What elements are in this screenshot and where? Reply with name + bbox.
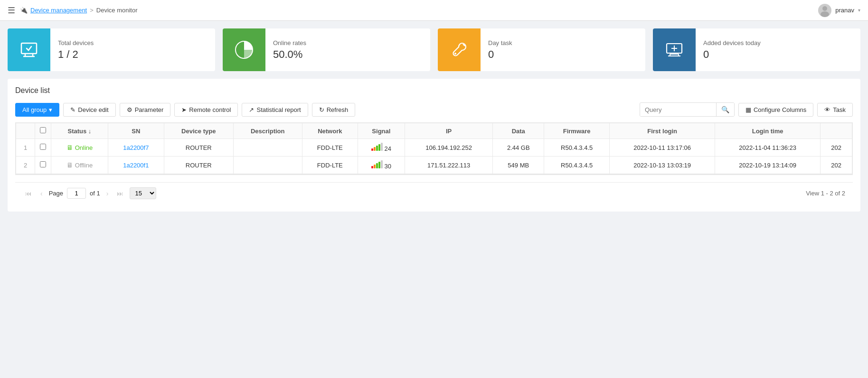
table-header-row: Status ↓ SN Device type Description Netw…	[16, 123, 852, 139]
row-firmware: R50.4.3.4.5	[544, 139, 610, 157]
row-signal: 30	[358, 157, 405, 174]
first-page-button[interactable]: ⏮	[23, 189, 34, 198]
user-chevron-icon[interactable]: ▾	[858, 8, 860, 13]
row-checkbox[interactable]	[40, 161, 46, 167]
pagination-bar: ⏮ ‹ Page of 1 › ⏭ 15 30 50 100 View 1 - …	[15, 182, 853, 204]
row-sn: 1a2200f1	[108, 157, 164, 174]
view-info: View 1 - 2 of 2	[806, 190, 845, 197]
stat-info-online-rates: Online rates 50.0%	[265, 34, 314, 66]
row-extra: 202	[821, 157, 852, 174]
row-num: 2	[16, 157, 35, 174]
stat-label-added-today: Added devices today	[703, 39, 761, 46]
last-page-button[interactable]: ⏭	[114, 189, 126, 198]
row-status: 🖥 Offline	[51, 157, 108, 174]
th-signal: Signal	[358, 123, 405, 139]
page-label: Page	[49, 190, 63, 197]
remote-control-button[interactable]: ➤ Remote control	[174, 103, 238, 117]
stat-info-added-today: Added devices today 0	[696, 34, 768, 66]
row-ip: 171.51.222.113	[405, 157, 493, 174]
user-avatar	[818, 4, 831, 17]
user-name: pranav	[835, 7, 854, 14]
section-title: Device list	[15, 86, 853, 95]
parameter-icon: ⚙	[127, 106, 132, 113]
stats-row: Total devices 1 / 2 Online rates 50.0%	[0, 21, 868, 79]
row-firmware: R50.4.3.4.5	[544, 157, 610, 174]
stat-value-total-devices: 1 / 2	[58, 48, 94, 61]
row-login-time: 2022-11-04 11:36:23	[715, 139, 821, 157]
sn-link[interactable]: 1a2200f1	[123, 162, 149, 169]
th-num	[16, 123, 35, 139]
configure-columns-label: Configure Columns	[754, 106, 806, 113]
breadcrumb: 🔌 Device management > Device monitor	[20, 7, 138, 14]
refresh-label: Refresh	[327, 106, 349, 113]
row-checkbox[interactable]	[40, 144, 46, 150]
prev-page-button[interactable]: ‹	[38, 189, 45, 198]
remote-control-icon: ➤	[181, 106, 187, 113]
page-of-label: of 1	[90, 190, 100, 197]
stat-icon-wrench	[438, 28, 481, 71]
svg-point-0	[822, 6, 827, 11]
stat-value-online-rates: 50.0%	[273, 48, 306, 61]
page-size-select[interactable]: 15 30 50 100	[130, 187, 156, 199]
status-device-icon: 🖥	[66, 161, 73, 169]
row-network: FDD-LTE	[302, 139, 358, 157]
statistical-report-label: Statistical report	[256, 106, 301, 113]
next-page-button[interactable]: ›	[104, 189, 111, 198]
row-num: 1	[16, 139, 35, 157]
stat-label-online-rates: Online rates	[273, 39, 306, 46]
device-edit-button[interactable]: ✎ Device edit	[63, 103, 115, 117]
table-row: 1 🖥 Online 1a2200f7 ROUTER FDD-LTE 24 10…	[16, 139, 852, 157]
row-description	[233, 139, 302, 157]
row-login-time: 2022-10-19 13:14:09	[715, 157, 821, 174]
stat-info-day-task: Day task 0	[481, 34, 520, 66]
th-status[interactable]: Status ↓	[51, 123, 108, 139]
th-login-time: Login time	[715, 123, 821, 139]
row-device-type: ROUTER	[164, 139, 233, 157]
stat-icon-monitor	[653, 28, 696, 71]
statistical-report-button[interactable]: ↗ Statistical report	[242, 103, 308, 117]
menu-icon[interactable]: ☰	[8, 5, 15, 16]
task-button[interactable]: 👁 Task	[817, 103, 853, 117]
sn-link[interactable]: 1a2200f7	[123, 144, 149, 151]
row-ip: 106.194.192.252	[405, 139, 493, 157]
row-checkbox-cell	[35, 157, 51, 174]
th-network: Network	[302, 123, 358, 139]
device-edit-icon: ✎	[70, 106, 75, 113]
horizontal-scrollbar[interactable]	[15, 175, 853, 182]
parameter-button[interactable]: ⚙ Parameter	[120, 103, 171, 117]
stat-icon-pie	[223, 28, 265, 71]
stat-icon-device	[8, 28, 50, 71]
stat-label-day-task: Day task	[488, 39, 512, 46]
configure-columns-button[interactable]: ▦ Configure Columns	[738, 103, 813, 117]
svg-rect-2	[21, 43, 37, 54]
statistical-report-icon: ↗	[249, 106, 254, 113]
stat-label-total-devices: Total devices	[58, 39, 94, 46]
configure-columns-icon: ▦	[745, 106, 751, 113]
status-label: Offline	[75, 162, 93, 169]
device-table: Status ↓ SN Device type Description Netw…	[16, 123, 852, 174]
stat-card-online-rates: Online rates 50.0%	[223, 28, 430, 71]
page-number-input[interactable]	[67, 188, 86, 199]
breadcrumb-device-management[interactable]: Device management	[30, 7, 87, 14]
device-table-container: Status ↓ SN Device type Description Netw…	[15, 122, 853, 175]
query-input[interactable]	[640, 103, 716, 116]
refresh-icon: ↻	[319, 106, 324, 113]
row-sn: 1a2200f7	[108, 139, 164, 157]
row-extra: 202	[821, 139, 852, 157]
refresh-button[interactable]: ↻ Refresh	[312, 103, 356, 117]
row-first-login: 2022-10-13 13:03:19	[610, 157, 715, 174]
search-button[interactable]: 🔍	[716, 103, 734, 116]
select-all-checkbox[interactable]	[40, 127, 46, 133]
row-status: 🖥 Online	[51, 139, 108, 157]
breadcrumb-icon: 🔌	[20, 7, 28, 14]
breadcrumb-separator: >	[90, 7, 94, 14]
all-group-button[interactable]: All group ▾	[15, 103, 59, 117]
stat-card-added-today: Added devices today 0	[653, 28, 860, 71]
all-group-label: All group	[22, 106, 47, 113]
stat-value-day-task: 0	[488, 48, 512, 61]
stat-value-added-today: 0	[703, 48, 761, 61]
th-checkbox	[35, 123, 51, 139]
stat-card-total-devices: Total devices 1 / 2	[8, 28, 215, 71]
stat-card-day-task: Day task 0	[438, 28, 645, 71]
row-signal: 24	[358, 139, 405, 157]
